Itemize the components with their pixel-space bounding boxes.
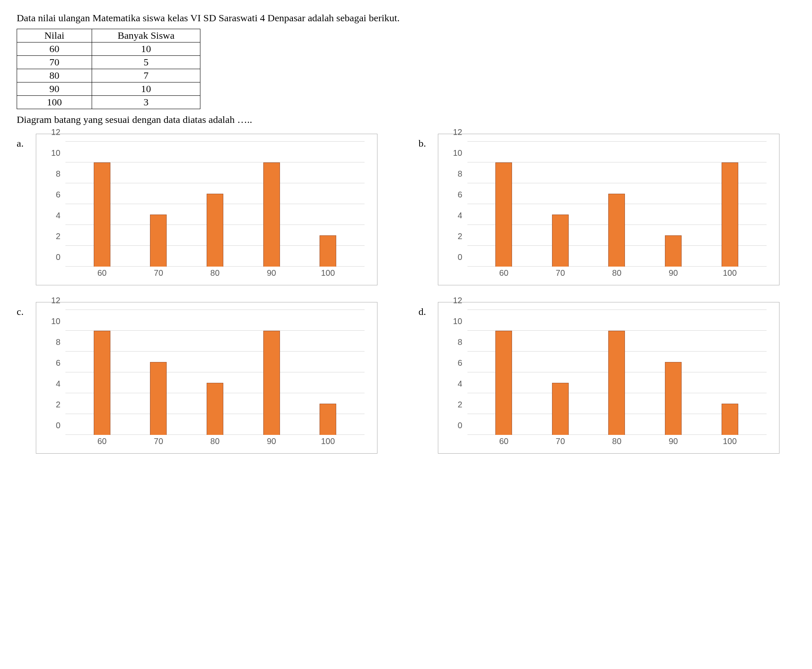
bar <box>150 215 167 267</box>
bar <box>665 235 682 267</box>
bar-slot <box>532 142 589 267</box>
x-tick-label: 80 <box>187 268 243 279</box>
plot-area <box>467 310 767 435</box>
cell-nilai: 90 <box>17 82 92 96</box>
y-tick-label: 2 <box>56 232 60 241</box>
bar <box>94 162 110 267</box>
plot-area <box>65 142 365 267</box>
y-tick-label: 6 <box>56 190 60 200</box>
x-axis-labels: 60708090100 <box>467 268 767 279</box>
x-axis-labels: 60708090100 <box>65 268 365 279</box>
bar-slot <box>243 310 300 435</box>
bar <box>722 162 738 267</box>
bar <box>94 331 110 435</box>
bar <box>207 383 223 435</box>
option-label: a. <box>17 134 29 149</box>
plot-area <box>65 310 365 435</box>
y-tick-label: 10 <box>453 317 462 326</box>
y-tick-label: 6 <box>457 358 462 368</box>
table-row: 100 3 <box>17 96 200 109</box>
bar <box>608 331 625 435</box>
y-tick-label: 2 <box>56 400 60 409</box>
cell-nilai: 100 <box>17 96 92 109</box>
bar-slot <box>300 142 356 267</box>
x-tick-label: 60 <box>74 268 130 279</box>
option-d: d. 02468101260708090100 <box>419 302 796 454</box>
y-tick-label: 2 <box>457 400 462 409</box>
bar <box>263 162 280 267</box>
bar <box>320 404 336 435</box>
y-tick-label: 12 <box>51 127 60 137</box>
cell-siswa: 10 <box>92 42 200 56</box>
cell-nilai: 60 <box>17 42 92 56</box>
bar <box>320 235 336 267</box>
bar-slot <box>130 142 187 267</box>
bar <box>263 331 280 435</box>
chart-container-a: 02468101260708090100 <box>36 134 377 285</box>
table-row: 90 10 <box>17 82 200 96</box>
x-tick-label: 90 <box>645 268 702 279</box>
y-tick-label: 8 <box>457 169 462 179</box>
x-tick-label: 60 <box>476 268 532 279</box>
y-tick-label: 2 <box>457 232 462 241</box>
bar <box>495 162 512 267</box>
x-tick-label: 60 <box>74 437 130 447</box>
x-tick-label: 100 <box>300 437 356 447</box>
bar <box>608 194 625 267</box>
chart-container-d: 02468101260708090100 <box>438 302 780 454</box>
question-text: Diagram batang yang sesuai dengan data d… <box>17 114 795 125</box>
plot-area <box>467 142 767 267</box>
cell-siswa: 10 <box>92 82 200 96</box>
bar <box>665 362 682 435</box>
bar-slot <box>476 310 532 435</box>
y-tick-label: 0 <box>56 421 60 430</box>
bar <box>495 331 512 435</box>
bar-slot <box>187 310 243 435</box>
y-tick-label: 4 <box>457 211 462 220</box>
bar <box>150 362 167 435</box>
table-row: 60 10 <box>17 42 200 56</box>
y-tick-label: 6 <box>56 358 60 368</box>
data-table: Nilai Banyak Siswa 60 10 70 5 80 7 90 10… <box>17 29 200 109</box>
option-label: c. <box>17 302 29 317</box>
y-axis-labels: 024681012 <box>447 310 465 435</box>
bar-slot <box>702 310 758 435</box>
y-tick-label: 10 <box>51 148 60 158</box>
cell-nilai: 70 <box>17 56 92 69</box>
x-tick-label: 100 <box>702 268 758 279</box>
cell-siswa: 5 <box>92 56 200 69</box>
y-tick-label: 0 <box>56 252 60 262</box>
bars-wrap <box>65 310 365 435</box>
x-tick-label: 80 <box>589 437 645 447</box>
x-axis-labels: 60708090100 <box>65 437 365 447</box>
y-tick-label: 12 <box>453 296 462 305</box>
y-tick-label: 12 <box>453 127 462 137</box>
y-axis-labels: 024681012 <box>45 310 63 435</box>
bar-chart: 02468101260708090100 <box>45 310 369 447</box>
bar-chart: 02468101260708090100 <box>447 142 771 279</box>
chart-container-b: 02468101260708090100 <box>438 134 780 285</box>
bar-slot <box>74 310 130 435</box>
y-tick-label: 6 <box>457 190 462 200</box>
header-nilai: Nilai <box>17 29 92 42</box>
bar-slot <box>476 142 532 267</box>
y-tick-label: 0 <box>457 421 462 430</box>
y-tick-label: 4 <box>457 379 462 389</box>
header-siswa: Banyak Siswa <box>92 29 200 42</box>
y-tick-label: 8 <box>457 337 462 347</box>
bars-wrap <box>467 310 767 435</box>
bar-slot <box>589 142 645 267</box>
cell-siswa: 3 <box>92 96 200 109</box>
y-axis-labels: 024681012 <box>447 142 465 267</box>
option-b: b. 02468101260708090100 <box>419 134 796 285</box>
bar <box>552 215 569 267</box>
x-tick-label: 80 <box>589 268 645 279</box>
options-grid: a. 02468101260708090100 b. 0246810126070… <box>17 134 795 454</box>
bar-slot <box>702 142 758 267</box>
bar-slot <box>187 142 243 267</box>
bar-slot <box>589 310 645 435</box>
bar-slot <box>645 310 702 435</box>
bar <box>552 383 569 435</box>
x-tick-label: 90 <box>243 268 300 279</box>
y-tick-label: 10 <box>453 148 462 158</box>
